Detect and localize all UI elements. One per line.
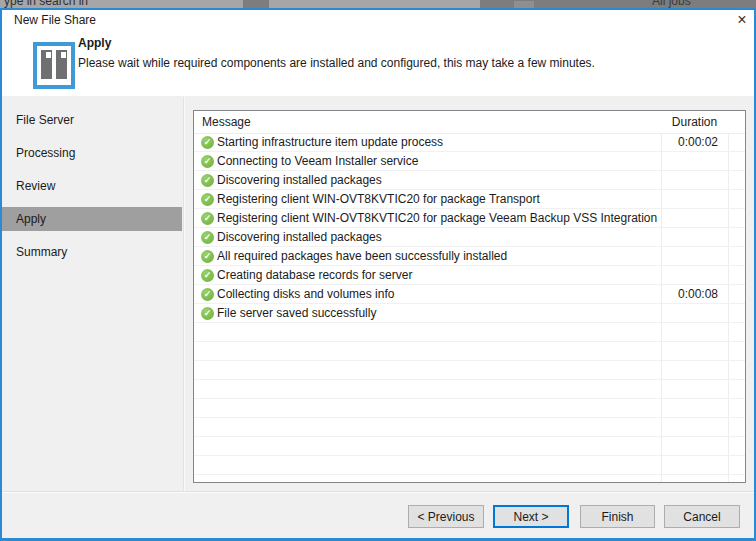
log-message: Starting infrastructure item update proc…	[217, 133, 443, 151]
log-row[interactable]: ✓ Registering client WIN-OVT8KVTIC20 for…	[194, 209, 745, 228]
success-icon: ✓	[201, 288, 214, 301]
log-row[interactable]: ✓ All required packages have been succes…	[194, 247, 745, 266]
empty-log-row	[194, 380, 745, 399]
log-message: All required packages have been successf…	[217, 247, 507, 265]
window-border-left	[0, 8, 2, 541]
sidebar-item-label: Apply	[16, 212, 46, 226]
log-message: Registering client WIN-OVT8KVTIC20 for p…	[217, 190, 540, 208]
success-icon: ✓	[201, 136, 214, 149]
table-rows: ✓ Starting infrastructure item update pr…	[194, 133, 745, 482]
step-description: Please wait while required components ar…	[78, 56, 595, 70]
finish-button[interactable]: Finish	[580, 505, 655, 528]
file-share-icon	[33, 42, 75, 89]
column-header-message[interactable]: Message	[202, 111, 251, 133]
sidebar-item-label: File Server	[16, 113, 74, 127]
log-row[interactable]: ✓ Starting infrastructure item update pr…	[194, 133, 745, 152]
cancel-button[interactable]: Cancel	[664, 505, 740, 528]
log-message: Discovering installed packages	[217, 171, 382, 189]
sidebar-item-processing[interactable]: Processing	[2, 141, 182, 165]
success-icon: ✓	[201, 231, 214, 244]
success-icon: ✓	[201, 155, 214, 168]
close-icon[interactable]: ×	[733, 11, 751, 29]
log-duration: 0:00:08	[661, 285, 718, 303]
success-icon: ✓	[201, 269, 214, 282]
sidebar-item-label: Processing	[16, 146, 75, 160]
log-message: Creating database records for server	[217, 266, 412, 284]
empty-log-row	[194, 361, 745, 380]
background-ribbon-chip	[243, 0, 269, 8]
server-door-shape	[61, 52, 66, 58]
apply-log-table: Message Duration ✓ Starting infrastructu…	[193, 110, 746, 483]
empty-log-row	[194, 437, 745, 456]
step-title: Apply	[78, 36, 111, 50]
empty-log-row	[194, 456, 745, 475]
server-tower-shape	[56, 50, 67, 79]
next-button[interactable]: Next >	[493, 505, 569, 528]
dialog-header	[2, 10, 754, 97]
window-border-top	[0, 8, 756, 10]
success-icon: ✓	[201, 212, 214, 225]
log-message: Connecting to Veeam Installer service	[217, 152, 418, 170]
empty-log-row	[194, 475, 745, 482]
success-icon: ✓	[201, 193, 214, 206]
success-icon: ✓	[201, 174, 214, 187]
log-row[interactable]: ✓ Discovering installed packages	[194, 171, 745, 190]
log-row[interactable]: ✓ File server saved successfully	[194, 304, 745, 323]
success-icon: ✓	[201, 250, 214, 263]
column-header-duration[interactable]: Duration	[661, 111, 728, 133]
previous-button[interactable]: < Previous	[408, 505, 484, 528]
success-icon: ✓	[201, 307, 214, 320]
window-title: New File Share	[14, 13, 96, 27]
sidebar-item-review[interactable]: Review	[2, 174, 182, 198]
empty-log-row	[194, 418, 745, 437]
log-message: Discovering installed packages	[217, 228, 382, 246]
background-text-fragment: All jobs	[652, 0, 722, 8]
log-duration: 0:00:02	[661, 133, 718, 151]
log-row[interactable]: ✓ Connecting to Veeam Installer service	[194, 152, 745, 171]
server-tower-shape	[41, 50, 52, 79]
sidebar-separator	[183, 97, 185, 491]
log-row[interactable]: ✓ Registering client WIN-OVT8KVTIC20 for…	[194, 190, 745, 209]
log-message: Collecting disks and volumes info	[217, 285, 394, 303]
sidebar-item-file-server[interactable]: File Server	[2, 108, 182, 132]
log-row[interactable]: ✓ Discovering installed packages	[194, 228, 745, 247]
empty-log-row	[194, 342, 745, 361]
server-door-shape	[46, 52, 51, 58]
log-message: File server saved successfully	[217, 304, 376, 322]
wizard-steps: File Server Processing Review Apply Summ…	[2, 108, 182, 273]
log-row[interactable]: ✓ Creating database records for server	[194, 266, 745, 285]
sidebar-item-label: Summary	[16, 245, 67, 259]
background-text-fragment: ype in search in	[4, 0, 154, 8]
empty-log-row	[194, 399, 745, 418]
background-app-strip: ype in search in All jobs	[0, 0, 756, 8]
log-message: Registering client WIN-OVT8KVTIC20 for p…	[217, 209, 657, 227]
background-ribbon-chip	[514, 1, 534, 8]
screen: ype in search in All jobs New File Share…	[0, 0, 756, 541]
log-row[interactable]: ✓ Collecting disks and volumes info 0:00…	[194, 285, 745, 304]
empty-log-row	[194, 323, 745, 342]
table-header-row: Message Duration	[194, 111, 745, 134]
sidebar-item-label: Review	[16, 179, 55, 193]
footer-separator	[2, 491, 754, 493]
sidebar-item-summary[interactable]: Summary	[2, 240, 182, 264]
button-row: < PreviousNext >FinishCancel	[0, 505, 740, 528]
sidebar-item-apply[interactable]: Apply	[2, 207, 182, 231]
